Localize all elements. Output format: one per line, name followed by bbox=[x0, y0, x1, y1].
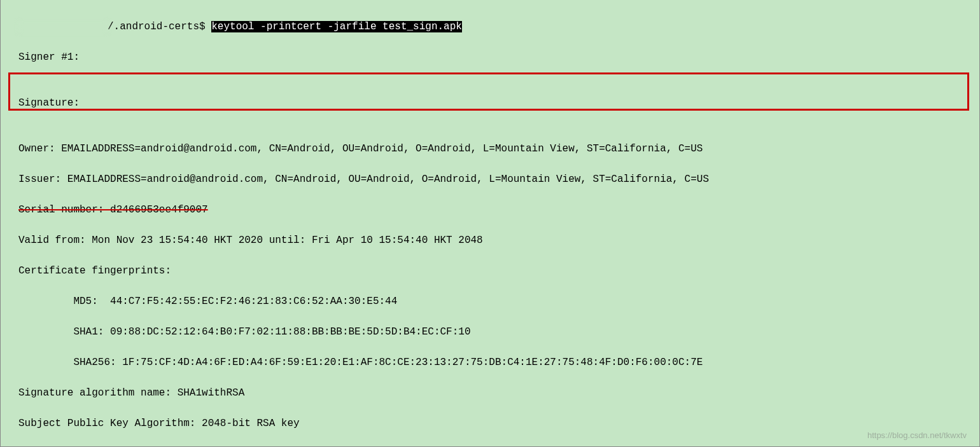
redacted-user-host bbox=[18, 21, 108, 32]
prompt-path: /.android-certs$ bbox=[108, 21, 211, 32]
prompt-line: /.android-certs$ keytool -printcert -jar… bbox=[18, 19, 962, 34]
issuer-line: Issuer: EMAILADDRESS=android@android.com… bbox=[18, 172, 962, 187]
owner-line: Owner: EMAILADDRESS=android@android.com,… bbox=[18, 141, 962, 156]
command-text[interactable]: keytool -printcert -jarfile test_sign.ap… bbox=[211, 21, 462, 32]
serial-line: Serial number: d2466953ee4f9007 bbox=[18, 202, 962, 217]
sha1-line: SHA1: 09:88:DC:52:12:64:B0:F7:02:11:88:B… bbox=[18, 324, 962, 340]
pubkey-line: Subject Public Key Algorithm: 2048-bit R… bbox=[18, 416, 962, 431]
md5-line: MD5: 44:C7:F5:42:55:EC:F2:46:21:83:C6:52… bbox=[18, 294, 962, 309]
valid-line: Valid from: Mon Nov 23 15:54:40 HKT 2020… bbox=[18, 233, 962, 248]
fingerprints-header: Certificate fingerprints: bbox=[18, 263, 962, 279]
signature-header: Signature: bbox=[18, 95, 962, 111]
watermark-text: https://blog.csdn.net/tkwxtv bbox=[867, 430, 967, 440]
sig-alg-line: Signature algorithm name: SHA1withRSA bbox=[18, 385, 962, 401]
terminal-output[interactable]: /.android-certs$ keytool -printcert -jar… bbox=[1, 0, 979, 447]
signer-line: Signer #1: bbox=[18, 50, 962, 65]
sha256-line: SHA256: 1F:75:CF:4D:A4:6F:ED:A4:6F:59:E1… bbox=[18, 355, 962, 370]
